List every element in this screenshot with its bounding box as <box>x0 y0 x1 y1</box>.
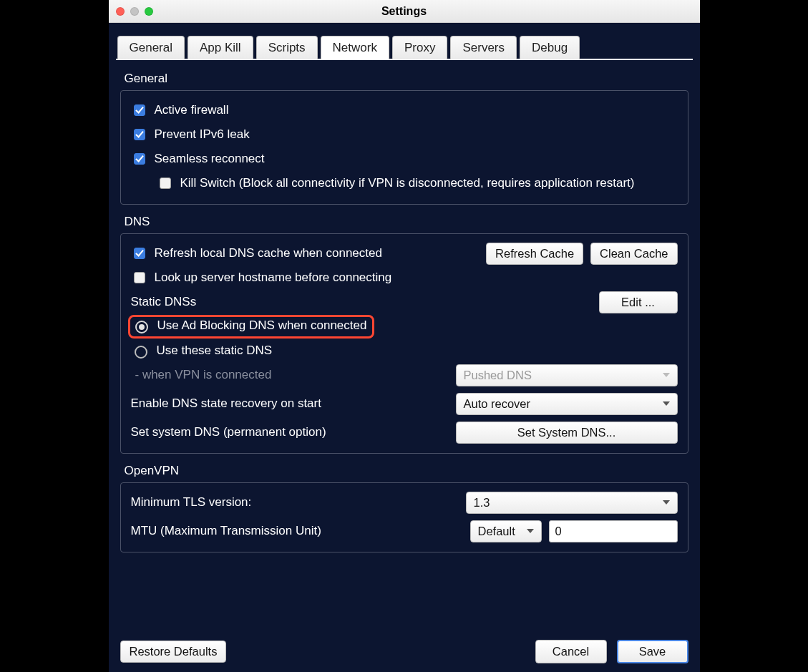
titlebar: Settings <box>109 0 700 23</box>
mtu-value-input[interactable] <box>549 520 678 542</box>
window-controls <box>116 7 153 16</box>
tls-version-value: 1.3 <box>474 496 490 510</box>
active-firewall-checkbox[interactable] <box>134 104 145 116</box>
restore-defaults-button[interactable]: Restore Defaults <box>120 641 227 663</box>
static-dns-radio[interactable] <box>135 346 147 359</box>
close-icon[interactable] <box>116 7 125 16</box>
tab-servers[interactable]: Servers <box>450 36 517 59</box>
dns-recovery-label: Enable DNS state recovery on start <box>131 396 449 411</box>
tls-version-label: Minimum TLS version: <box>131 495 459 510</box>
mtu-label: MTU (Maximum Transmission Unit) <box>131 524 463 538</box>
save-button[interactable]: Save <box>617 640 688 663</box>
content-area: General App Kill Scripts Network Proxy S… <box>109 23 700 672</box>
refresh-cache-button[interactable]: Refresh Cache <box>486 243 583 265</box>
minimize-icon[interactable] <box>130 7 139 16</box>
adblock-dns-label: Use Ad Blocking DNS when connected <box>157 318 367 333</box>
lookup-hostname-label: Look up server hostname before connectin… <box>155 271 392 285</box>
adblock-dns-radio[interactable] <box>135 321 148 333</box>
static-dnss-label: Static DNSs <box>131 295 592 309</box>
kill-switch-label: Kill Switch (Block all connectivity if V… <box>180 176 635 190</box>
set-system-dns-button[interactable]: Set System DNS... <box>456 422 678 444</box>
prevent-ipv6-checkbox[interactable] <box>134 129 145 140</box>
section-label-dns: DNS <box>125 215 688 229</box>
kill-switch-checkbox[interactable] <box>160 177 171 189</box>
zoom-icon[interactable] <box>145 7 153 16</box>
set-system-dns-label: Set system DNS (permanent option) <box>131 425 449 439</box>
dns-recovery-value: Auto recover <box>464 397 531 411</box>
settings-window: Settings General App Kill Scripts Networ… <box>109 0 700 672</box>
footer-bar: Restore Defaults Cancel Save <box>116 637 693 668</box>
tabbar: General App Kill Scripts Network Proxy S… <box>116 36 693 60</box>
seamless-reconnect-checkbox[interactable] <box>134 153 145 165</box>
dns-group: Refresh local DNS cache when connected R… <box>120 233 688 454</box>
section-label-openvpn: OpenVPN <box>125 464 688 478</box>
dns-recovery-select[interactable]: Auto recover <box>456 393 678 415</box>
refresh-dns-cache-label: Refresh local DNS cache when connected <box>155 246 480 260</box>
openvpn-group: Minimum TLS version: 1.3 MTU (Maximum Tr… <box>120 482 688 552</box>
section-label-general: General <box>125 72 688 86</box>
static-dns-label: Use these static DNS <box>157 344 273 358</box>
lookup-hostname-checkbox[interactable] <box>134 272 145 283</box>
tls-version-select[interactable]: 1.3 <box>466 492 678 514</box>
clean-cache-button[interactable]: Clean Cache <box>590 243 677 265</box>
network-pane: General Active firewall Prevent IPv6 lea… <box>116 60 693 637</box>
window-title: Settings <box>109 5 700 18</box>
adblock-dns-highlight: Use Ad Blocking DNS when connected <box>128 315 375 339</box>
general-group: Active firewall Prevent IPv6 leak Seamle… <box>120 90 688 205</box>
mtu-mode-select[interactable]: Default <box>470 520 542 542</box>
chevron-down-icon <box>663 373 670 377</box>
tab-debug[interactable]: Debug <box>520 36 580 59</box>
tab-proxy[interactable]: Proxy <box>392 36 447 59</box>
prevent-ipv6-label: Prevent IPv6 leak <box>155 127 250 142</box>
chevron-down-icon <box>663 401 670 406</box>
tab-network[interactable]: Network <box>321 36 389 59</box>
when-vpn-connected-label: - when VPN is connected <box>131 368 449 382</box>
chevron-down-icon <box>663 500 670 505</box>
refresh-dns-cache-checkbox[interactable] <box>134 248 145 259</box>
active-firewall-label: Active firewall <box>155 103 229 117</box>
tab-scripts[interactable]: Scripts <box>256 36 318 59</box>
edit-static-dns-button[interactable]: Edit ... <box>599 291 678 313</box>
chevron-down-icon <box>527 529 534 533</box>
tab-app-kill[interactable]: App Kill <box>188 36 253 59</box>
mtu-mode-value: Default <box>478 525 515 538</box>
cancel-button[interactable]: Cancel <box>535 640 607 663</box>
seamless-reconnect-label: Seamless reconnect <box>155 152 265 166</box>
pushed-dns-value: Pushed DNS <box>464 369 532 382</box>
pushed-dns-select: Pushed DNS <box>456 364 678 386</box>
tab-general[interactable]: General <box>117 36 185 59</box>
